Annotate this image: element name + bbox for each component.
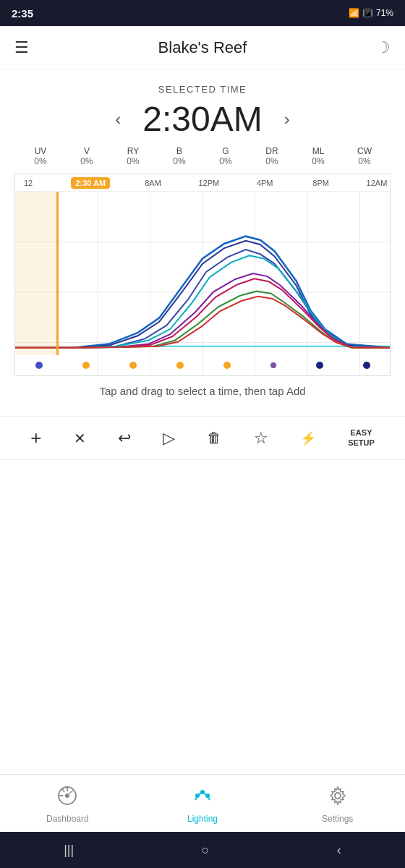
dot-4[interactable] (176, 362, 184, 369)
channel-ml: ML 0% (302, 146, 334, 166)
add-button[interactable]: + (30, 427, 41, 449)
dot-7[interactable] (316, 362, 323, 369)
dot-2[interactable] (82, 362, 90, 369)
time-8am: 8AM (140, 179, 166, 187)
chart-dots-row (15, 358, 390, 373)
dashboard-icon (57, 786, 77, 811)
channel-cw: CW 0% (349, 146, 380, 166)
lighting-chart[interactable]: 12 2:30 AM 8AM 12PM 4PM 8PM 12AM (14, 174, 391, 376)
time-axis: 12 2:30 AM 8AM 12PM 4PM 8PM 12AM (15, 174, 390, 192)
next-time-button[interactable]: › (284, 109, 290, 129)
play-button[interactable]: ▷ (163, 429, 175, 448)
time-12am: 12AM (364, 179, 390, 187)
time-4pm: 4PM (252, 179, 278, 187)
dot-1[interactable] (35, 362, 43, 369)
time-230am: 2:30 AM (71, 177, 110, 189)
dot-8[interactable] (363, 362, 370, 369)
time-highlight-area (15, 192, 56, 355)
chart-lines (15, 192, 390, 355)
menu-button[interactable]: ☰ (14, 38, 29, 57)
svg-line-13 (62, 789, 64, 793)
channel-dr: DR 0% (256, 146, 288, 166)
channel-ry: RY 0% (117, 146, 149, 166)
easy-connect-button[interactable]: ⚡ (300, 430, 316, 446)
page-title: Blake's Reef (158, 38, 247, 57)
chart-toolbar: + ✕ ↩ ▷ 🗑 ☆ ⚡ EASYSETUP (0, 416, 405, 460)
svg-point-11 (65, 793, 69, 798)
battery-icon: 71% (376, 8, 393, 18)
dot-5[interactable] (223, 362, 231, 369)
time-12: 12 (15, 179, 41, 187)
main-content-wrapper: SELECTED TIME ‹ 2:30AM › UV 0% V 0% RY 0… (0, 69, 405, 868)
lighting-icon (192, 786, 213, 811)
status-time: 2:35 (12, 7, 33, 20)
time-navigation: ‹ 2:30AM › (14, 99, 391, 139)
channel-uv: UV 0% (25, 146, 56, 166)
android-navigation: ||| ○ ‹ (0, 832, 405, 868)
status-bar: 2:35 📶 📳 71% (0, 0, 405, 26)
wifi-icon: 📶 (349, 8, 359, 18)
prev-time-button[interactable]: ‹ (115, 109, 121, 129)
instruction-text: Tap and drag to select a time, then tap … (14, 385, 391, 397)
undo-button[interactable]: ↩ (118, 429, 131, 448)
channel-g: G 0% (210, 146, 242, 166)
nav-lighting-label: Lighting (187, 814, 218, 824)
nav-dashboard-label: Dashboard (46, 814, 89, 824)
android-recent-button[interactable]: ‹ (337, 843, 341, 858)
dot-3[interactable] (129, 362, 137, 369)
nav-settings-label: Settings (322, 814, 353, 824)
channel-b: B 0% (163, 146, 195, 166)
channel-labels: UV 0% V 0% RY 0% B 0% G 0% DR 0% (14, 146, 391, 166)
settings-icon (328, 786, 348, 811)
bottom-navigation: Dashboard Lighting (0, 774, 405, 832)
nav-settings[interactable]: Settings (270, 786, 405, 824)
nav-dashboard[interactable]: Dashboard (0, 786, 135, 824)
app-header: ☰ Blake's Reef ☽ (0, 26, 405, 69)
close-button[interactable]: ✕ (74, 430, 86, 447)
easy-setup-label[interactable]: EASYSETUP (348, 428, 375, 447)
night-mode-button[interactable]: ☽ (376, 38, 391, 57)
channel-v: V 0% (71, 146, 103, 166)
svg-point-23 (335, 793, 341, 799)
signal-icon: 📳 (362, 8, 373, 18)
status-icons: 📶 📳 71% (349, 8, 393, 18)
time-indicator-line (56, 192, 59, 355)
time-8pm: 8PM (308, 179, 334, 187)
time-12pm: 12PM (196, 179, 222, 187)
android-back-button[interactable]: ||| (64, 843, 74, 858)
selected-time-value: 2:30AM (142, 99, 262, 139)
nav-lighting[interactable]: Lighting (135, 786, 270, 824)
android-home-button[interactable]: ○ (202, 843, 210, 858)
lighting-main: SELECTED TIME ‹ 2:30AM › UV 0% V 0% RY 0… (0, 69, 405, 416)
selected-time-label: SELECTED TIME (14, 84, 391, 95)
dot-6[interactable] (270, 362, 276, 368)
svg-line-15 (69, 791, 74, 793)
delete-button[interactable]: 🗑 (207, 430, 221, 446)
favorite-button[interactable]: ☆ (254, 429, 268, 448)
